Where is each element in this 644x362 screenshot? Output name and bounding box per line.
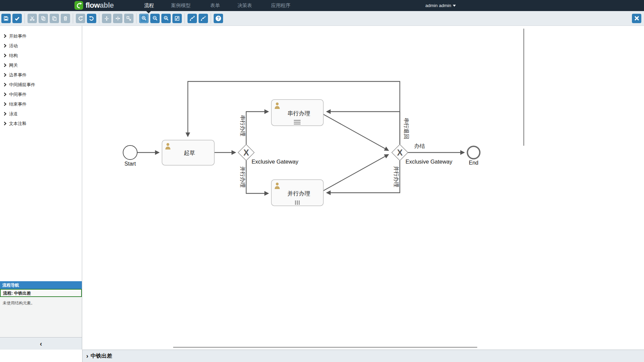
- flow-parallel-return[interactable]: [327, 161, 400, 193]
- editor-toolbar: 1 ?: [0, 11, 644, 26]
- gateway-x-glyph: X: [397, 148, 403, 157]
- tab-processes[interactable]: 流程: [144, 0, 154, 11]
- palette-item-gateways[interactable]: 网关: [0, 60, 82, 70]
- chevron-right-icon: [4, 54, 6, 57]
- palette-item-label: 泳道: [9, 111, 18, 117]
- flow-serial-return[interactable]: [327, 112, 400, 144]
- bpmn-diagram: Start 起草 X Exclusive Gateway 串行办理 并行办理 X…: [82, 26, 644, 350]
- toolbar-divider: [99, 13, 99, 23]
- start-event-label: Start: [124, 161, 136, 167]
- palette-item-intermediate-events[interactable]: 中间事件: [0, 89, 82, 99]
- zoom-actual-button[interactable]: 1: [161, 14, 171, 23]
- palette-item-label: 文本注释: [9, 121, 26, 127]
- task-parallel-label: 并行办理: [287, 190, 310, 197]
- palette-collapse-bar[interactable]: ‹: [0, 337, 82, 350]
- active-tab-caret: [146, 11, 151, 13]
- chevron-right-icon: [4, 93, 6, 96]
- palette-item-label: 边界事件: [9, 72, 26, 78]
- flow-serial-to-gateway2[interactable]: [323, 114, 388, 150]
- help-button[interactable]: ?: [214, 14, 223, 23]
- process-navigator-current[interactable]: 流程: 中铁出差: [0, 289, 82, 297]
- palette-item-start-events[interactable]: 开始事件: [0, 31, 82, 41]
- process-navigator-body: 未使用结构元素。: [0, 297, 82, 337]
- remove-bendpoint-button[interactable]: [199, 14, 208, 23]
- edge-label-parallel-return: 并行办理: [393, 166, 399, 187]
- palette-item-text-annotation[interactable]: 文本注释: [0, 119, 82, 128]
- cut-button[interactable]: [28, 14, 37, 23]
- add-bendpoint-button[interactable]: [187, 14, 197, 23]
- align-horizontal-button[interactable]: [113, 14, 122, 23]
- help-icon: ?: [215, 15, 222, 22]
- start-event[interactable]: [123, 145, 137, 160]
- user-menu-label: admin admin: [425, 0, 451, 11]
- paste-button[interactable]: [50, 14, 59, 23]
- save-button[interactable]: [1, 14, 11, 23]
- palette-list: 开始事件 活动 结构 网关 边界事件 中间捕捉事件: [0, 26, 82, 281]
- zoom-actual-icon: 1: [163, 15, 169, 21]
- chevron-right-icon: [4, 44, 6, 48]
- delete-button[interactable]: [61, 14, 70, 23]
- bpmn-canvas[interactable]: Start 起草 X Exclusive Gateway 串行办理 并行办理 X…: [82, 26, 644, 350]
- process-title: 中铁出差: [91, 353, 112, 360]
- palette-item-intermediate-catching-events[interactable]: 中间捕捉事件: [0, 80, 82, 89]
- edge-label-serial: 串行办理: [240, 115, 246, 136]
- chevron-right-icon: [4, 34, 6, 38]
- align-vertical-button[interactable]: [102, 14, 111, 23]
- close-editor-button[interactable]: [632, 14, 641, 23]
- task-draft-label: 起草: [184, 150, 195, 156]
- palette-item-label: 开始事件: [9, 33, 26, 39]
- end-event[interactable]: [468, 146, 480, 159]
- expand-right-icon: ›: [86, 353, 88, 359]
- close-x-icon: [634, 16, 639, 21]
- same-size-button[interactable]: [124, 14, 133, 23]
- palette-item-label: 中间事件: [9, 92, 26, 98]
- collapse-left-icon[interactable]: ‹: [40, 340, 42, 347]
- validate-button[interactable]: [12, 14, 22, 23]
- gateway2-label: Exclusive Gateway: [406, 159, 452, 165]
- delete-trash-icon: [63, 16, 68, 21]
- sequence-flows: [137, 81, 464, 193]
- edge-label-parallel: 并行办理: [240, 166, 246, 188]
- tab-apps[interactable]: 应用程序: [271, 0, 290, 11]
- tab-case-models[interactable]: 案例模型: [171, 0, 191, 11]
- svg-text:1: 1: [165, 16, 166, 19]
- task-serial-label: 串行办理: [287, 110, 310, 117]
- zoom-out-button[interactable]: [150, 14, 160, 23]
- property-panel-header[interactable]: › 中铁出差: [82, 350, 644, 362]
- toolbar-divider: [73, 13, 73, 23]
- undo-button[interactable]: [87, 14, 96, 23]
- palette-item-label: 网关: [9, 62, 18, 68]
- palette-item-label: 活动: [9, 43, 18, 49]
- redo-icon: [78, 16, 83, 21]
- validate-check-icon: [14, 16, 20, 21]
- zoom-out-icon: [152, 15, 158, 21]
- redo-button[interactable]: [76, 14, 85, 23]
- toolbar-divider: [136, 13, 137, 23]
- palette-item-end-events[interactable]: 结束事件: [0, 99, 82, 109]
- user-menu[interactable]: admin admin: [425, 0, 456, 11]
- palette-item-activities[interactable]: 活动: [0, 41, 82, 51]
- palette-item-boundary-events[interactable]: 边界事件: [0, 70, 82, 80]
- canvas-horizontal-scrollbar[interactable]: [173, 347, 477, 348]
- canvas-vertical-scrollbar[interactable]: [523, 28, 524, 146]
- save-icon: [3, 16, 9, 21]
- flowable-logo-icon: [74, 1, 83, 10]
- copy-button[interactable]: [39, 14, 48, 23]
- zoom-fit-button[interactable]: [172, 14, 182, 23]
- tab-forms[interactable]: 表单: [210, 0, 220, 11]
- tab-decision-tables[interactable]: 决策表: [237, 0, 252, 11]
- process-navigator-header: 流程导航: [0, 281, 82, 289]
- process-navigator-note: 未使用结构元素。: [0, 297, 82, 306]
- flow-serial[interactable]: [246, 112, 268, 144]
- flow-parallel-to-gateway2[interactable]: [323, 155, 388, 191]
- remove-bendpoint-icon: [201, 15, 206, 21]
- palette-item-label: 结束事件: [9, 101, 26, 107]
- palette-item-swimlanes[interactable]: 泳道: [0, 109, 82, 119]
- align-vertical-icon: [104, 16, 109, 21]
- same-size-icon: [126, 16, 131, 21]
- zoom-fit-icon: [174, 16, 180, 21]
- palette-item-structural[interactable]: 结构: [0, 51, 82, 60]
- toolbar-divider: [24, 13, 25, 23]
- flow-parallel[interactable]: [246, 161, 268, 193]
- zoom-in-button[interactable]: [139, 14, 149, 23]
